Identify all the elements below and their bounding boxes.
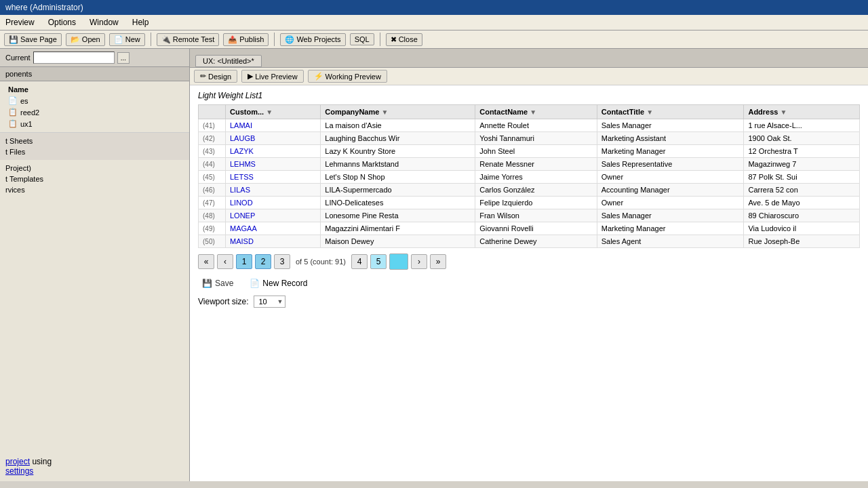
close-button[interactable]: ✖ Close [386, 33, 422, 46]
publish-icon: 📤 [228, 35, 237, 44]
prev-page-button[interactable]: ‹ [217, 254, 233, 269]
customer-id-link[interactable]: LONEP [230, 211, 255, 220]
table-row[interactable]: (46) LILAS LILA-Supermercado Carlos Gonz… [199, 184, 860, 197]
sidebar-search-input[interactable] [33, 52, 115, 64]
col-header-customerid[interactable]: Custom... ▼ [226, 105, 321, 119]
sidebar-section-3: Project) t Templates rvices [0, 160, 189, 198]
companyname-label: CompanyName [325, 108, 379, 116]
page-2-button[interactable]: 2 [255, 254, 271, 269]
table-row[interactable]: (50) MAISD Maison Dewey Catherine Dewey … [199, 235, 860, 248]
customer-id-link[interactable]: MAGAA [230, 224, 257, 232]
customer-id-link[interactable]: LAUGB [230, 134, 255, 142]
row-num: (47) [199, 197, 226, 209]
customer-id-link[interactable]: LAMAI [230, 121, 252, 129]
customer-id-cell[interactable]: LAUGB [226, 132, 321, 145]
customer-id-link[interactable]: LINOD [230, 199, 253, 207]
contacttitle-label: ContactTitle [601, 108, 644, 116]
customer-id-link[interactable]: LETSS [230, 173, 254, 181]
menu-help[interactable]: Help [130, 16, 152, 28]
first-page-icon: « [204, 257, 209, 266]
first-page-button[interactable]: « [198, 254, 214, 269]
menu-options[interactable]: Options [45, 16, 79, 28]
publish-button[interactable]: 📤 Publish [223, 33, 269, 46]
contact-name-cell: Jaime Yorres [475, 171, 597, 184]
customer-id-cell[interactable]: MAGAA [226, 222, 321, 235]
col-header-address[interactable]: Address ▼ [744, 105, 860, 119]
col-header-row-num [199, 105, 226, 119]
customer-id-cell[interactable]: LAMAI [226, 119, 321, 132]
page-3-button[interactable]: 3 [274, 254, 290, 269]
customer-id-link[interactable]: LILAS [230, 186, 250, 194]
table-row[interactable]: (43) LAZYK Lazy K Kountry Store John Ste… [199, 145, 860, 158]
working-preview-button[interactable]: ⚡ Working Preview [308, 70, 387, 83]
web-projects-label: Web Projects [296, 35, 340, 43]
table-row[interactable]: (41) LAMAI La maison d'Asie Annette Roul… [199, 119, 860, 132]
customer-id-link[interactable]: LAZYK [230, 147, 254, 155]
live-preview-button[interactable]: ▶ Live Preview [241, 70, 303, 83]
main-content: UX: <Untitled>* ✏ Design ▶ Live Preview … [190, 49, 868, 481]
customer-id-link[interactable]: LEHMS [230, 160, 256, 168]
sidebar-item-es[interactable]: 📄 es [0, 95, 189, 106]
sidebar-item-ux1[interactable]: 📋 ux1 [0, 118, 189, 129]
highlighted-page-button[interactable] [389, 253, 408, 270]
customer-id-link[interactable]: MAISD [230, 237, 254, 245]
customer-id-cell[interactable]: MAISD [226, 235, 321, 248]
table-row[interactable]: (49) MAGAA Magazzini Alimentari F Giovan… [199, 222, 860, 235]
remote-test-button[interactable]: 🔌 Remote Test [157, 33, 220, 46]
customer-id-cell[interactable]: LILAS [226, 184, 321, 197]
pagination: « ‹ 1 2 3 of 5 (count: 91) 4 [198, 253, 860, 270]
sidebar-item-files[interactable]: t Files [5, 146, 184, 157]
address-cell: Ave. 5 de Mayo [744, 197, 860, 209]
save-action[interactable]: 💾 Save [198, 277, 237, 290]
table-row[interactable]: (48) LONEP Lonesome Pine Resta Fran Wils… [199, 209, 860, 222]
customer-id-cell[interactable]: LAZYK [226, 145, 321, 158]
viewport-wrapper: 5 10 20 50 100 [254, 296, 285, 308]
main-layout: Current ... ponents Name 📄 es 📋 reed2 📋 … [0, 49, 868, 481]
page-5-button[interactable]: 5 [370, 254, 387, 269]
table-row[interactable]: (42) LAUGB Laughing Bacchus Wir Yoshi Ta… [199, 132, 860, 145]
project-link[interactable]: project [5, 457, 30, 466]
publish-label: Publish [239, 35, 264, 43]
contacttitle-filter-icon: ▼ [646, 108, 653, 116]
viewport-select[interactable]: 5 10 20 50 100 [254, 296, 285, 308]
title-bar: where (Administrator) [0, 0, 868, 15]
col-header-contacttitle[interactable]: ContactTitle ▼ [597, 105, 744, 119]
sidebar-item-sheets[interactable]: t Sheets [5, 136, 184, 146]
menu-preview[interactable]: Preview [3, 16, 37, 28]
sidebar-item-reed2[interactable]: 📋 reed2 [0, 106, 189, 118]
remote-test-icon: 🔌 [161, 35, 171, 44]
col-header-companyname[interactable]: CompanyName ▼ [321, 105, 475, 119]
live-preview-icon: ▶ [248, 72, 253, 81]
next-page-button[interactable]: › [411, 254, 427, 269]
menu-window[interactable]: Window [87, 16, 121, 28]
page-4-button[interactable]: 4 [351, 254, 368, 269]
last-page-button[interactable]: » [430, 254, 446, 269]
customer-id-cell[interactable]: LETSS [226, 171, 321, 184]
sql-button[interactable]: SQL [350, 33, 374, 45]
col-header-contactname[interactable]: ContactName ▼ [475, 105, 597, 119]
web-projects-button[interactable]: 🌐 Web Projects [280, 33, 345, 46]
design-button[interactable]: ✏ Design [194, 70, 237, 83]
customer-id-cell[interactable]: LONEP [226, 209, 321, 222]
open-button[interactable]: 📂 Open [66, 33, 105, 46]
page-1-button[interactable]: 1 [236, 254, 252, 269]
customer-id-cell[interactable]: LINOD [226, 197, 321, 209]
new-record-action[interactable]: 📄 New Record [245, 277, 311, 290]
ux-untitled-tab[interactable]: UX: <Untitled>* [195, 55, 262, 67]
company-name-cell: LILA-Supermercado [321, 184, 475, 197]
table-row[interactable]: (47) LINOD LINO-Delicateses Felipe Izqui… [199, 197, 860, 209]
page-5-label: 5 [376, 257, 381, 266]
item-label-es: es [20, 97, 28, 105]
settings-text[interactable]: settings [5, 466, 33, 476]
sidebar-item-project: Project) [5, 163, 184, 174]
customer-id-cell[interactable]: LEHMS [226, 158, 321, 171]
table-row[interactable]: (45) LETSS Let's Stop N Shop Jaime Yorre… [199, 171, 860, 184]
contact-title-cell: Marketing Manager [597, 145, 744, 158]
new-button[interactable]: 📄 New [109, 33, 145, 46]
section-label: ponents [5, 70, 32, 78]
customerid-label: Custom... [230, 108, 264, 116]
contact-name-cell: Annette Roulet [475, 119, 597, 132]
save-page-button[interactable]: 💾 Save Page [4, 33, 62, 46]
table-row[interactable]: (44) LEHMS Lehmanns Marktstand Renate Me… [199, 158, 860, 171]
sidebar-search-button[interactable]: ... [117, 52, 130, 64]
